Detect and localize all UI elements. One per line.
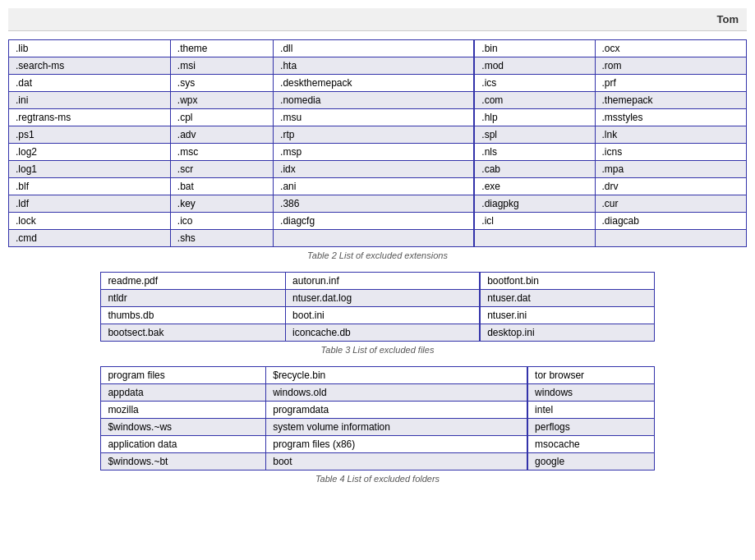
table2-cell: .diagpkg — [474, 195, 595, 213]
table2-cell: .lib — [9, 40, 171, 57]
table2-cell: .scr — [170, 161, 273, 178]
table2: .lib.theme.dll.bin.ocx.search-ms.msi.hta… — [8, 39, 747, 247]
table2-cell: .blf — [9, 178, 171, 195]
table2-cell: .wpx — [170, 92, 273, 109]
table2-cell: .msc — [170, 144, 273, 161]
table2-cell: .nls — [474, 144, 595, 161]
table3-cell: iconcache.db — [286, 324, 481, 342]
table2-cell: .dat — [9, 75, 171, 92]
table4-cell: programdata — [266, 402, 527, 419]
table2-cell: .ocx — [595, 40, 746, 57]
table2-cell: .sys — [170, 75, 273, 92]
table4-cell: perflogs — [527, 419, 654, 436]
table2-cell: .ini — [9, 92, 171, 109]
table4-cell: msocache — [527, 436, 654, 453]
table2-cell: .ics — [474, 75, 595, 92]
user-label: Tom — [717, 13, 739, 25]
table4-cell: mozilla — [101, 402, 266, 419]
table3-cell: boot.ini — [286, 307, 481, 324]
table2-cell: .drv — [595, 178, 746, 195]
table2-cell: .regtrans-ms — [9, 109, 171, 126]
table4-cell: $windows.~bt — [101, 453, 266, 470]
table2-cell: .ani — [274, 178, 475, 195]
table4-cell: google — [527, 453, 654, 470]
table4-cell: appdata — [101, 384, 266, 402]
table2-cell: .key — [170, 195, 273, 213]
table2-cell: .diagcab — [595, 213, 746, 230]
table2-cell: .cab — [474, 161, 595, 178]
table3-section: readme.pdfautorun.infbootfont.binntldrnt… — [100, 272, 654, 355]
table4-cell: application data — [101, 436, 266, 453]
table3-cell: bootsect.bak — [101, 324, 286, 342]
table2-cell: .nomedia — [274, 92, 475, 109]
table3-cell: readme.pdf — [101, 273, 286, 290]
table2-cell: .icns — [595, 144, 746, 161]
table2-cell: .bat — [170, 178, 273, 195]
table2-cell: .spl — [474, 126, 595, 144]
table3-cell: desktop.ini — [480, 324, 654, 342]
table2-cell: .search-ms — [9, 57, 171, 75]
table2-cell: .ico — [170, 213, 273, 230]
table2-cell: .cmd — [9, 230, 171, 247]
table4-cell: windows.old — [266, 384, 527, 402]
table2-cell: .msi — [170, 57, 273, 75]
table2-cell: .lock — [9, 213, 171, 230]
table2-cell: .ps1 — [9, 126, 171, 144]
table2-cell: .exe — [474, 178, 595, 195]
table2-cell — [474, 230, 595, 247]
table2-section: .lib.theme.dll.bin.ocx.search-ms.msi.hta… — [8, 39, 747, 260]
table2-cell: .msstyles — [595, 109, 746, 126]
table2-cell: .theme — [170, 40, 273, 57]
table4-cell: program files — [101, 367, 266, 384]
table4-cell: windows — [527, 384, 654, 402]
table3-cell: thumbs.db — [101, 307, 286, 324]
table4: program files$recycle.bintor browserappd… — [100, 366, 654, 470]
table4-cell: program files (x86) — [266, 436, 527, 453]
table3-cell: autorun.inf — [286, 273, 481, 290]
table2-cell: .cur — [595, 195, 746, 213]
table3: readme.pdfautorun.infbootfont.binntldrnt… — [100, 272, 654, 342]
table2-cell: .dll — [274, 40, 475, 57]
table4-cell: intel — [527, 402, 654, 419]
table2-cell: .icl — [474, 213, 595, 230]
table2-cell: .cpl — [170, 109, 273, 126]
table2-cell: .deskthemepack — [274, 75, 475, 92]
table2-cell: .rtp — [274, 126, 475, 144]
table2-cell: .idx — [274, 161, 475, 178]
table3-cell: ntldr — [101, 290, 286, 307]
table2-cell — [595, 230, 746, 247]
table2-cell: .adv — [170, 126, 273, 144]
table2-cell: .ldf — [9, 195, 171, 213]
table2-cell: .log1 — [9, 161, 171, 178]
table3-caption: Table 3 List of excluded files — [100, 345, 654, 355]
table4-caption: Table 4 List of excluded folders — [100, 474, 654, 484]
table4-cell: $recycle.bin — [266, 367, 527, 384]
table2-cell: .diagcfg — [274, 213, 475, 230]
table2-cell: .themepack — [595, 92, 746, 109]
table2-caption: Table 2 List of excluded extensions — [8, 250, 747, 260]
table2-cell: .lnk — [595, 126, 746, 144]
table2-cell — [274, 230, 475, 247]
table2-cell: .msp — [274, 144, 475, 161]
table2-cell: .mpa — [595, 161, 746, 178]
table3-cell: ntuser.ini — [480, 307, 654, 324]
table3-cell: bootfont.bin — [480, 273, 654, 290]
table4-cell: $windows.~ws — [101, 419, 266, 436]
table2-cell: .hlp — [474, 109, 595, 126]
table2-cell: .msu — [274, 109, 475, 126]
table2-cell: .com — [474, 92, 595, 109]
header-bar: Tom — [8, 8, 747, 31]
table4-cell: boot — [266, 453, 527, 470]
table4-cell: system volume information — [266, 419, 527, 436]
table3-cell: ntuser.dat.log — [286, 290, 481, 307]
table2-cell: .bin — [474, 40, 595, 57]
table3-cell: ntuser.dat — [480, 290, 654, 307]
table2-cell: .mod — [474, 57, 595, 75]
table2-cell: .386 — [274, 195, 475, 213]
table2-cell: .shs — [170, 230, 273, 247]
table2-cell: .hta — [274, 57, 475, 75]
table2-cell: .log2 — [9, 144, 171, 161]
table2-cell: .rom — [595, 57, 746, 75]
table4-section: program files$recycle.bintor browserappd… — [100, 366, 654, 484]
table4-cell: tor browser — [527, 367, 654, 384]
